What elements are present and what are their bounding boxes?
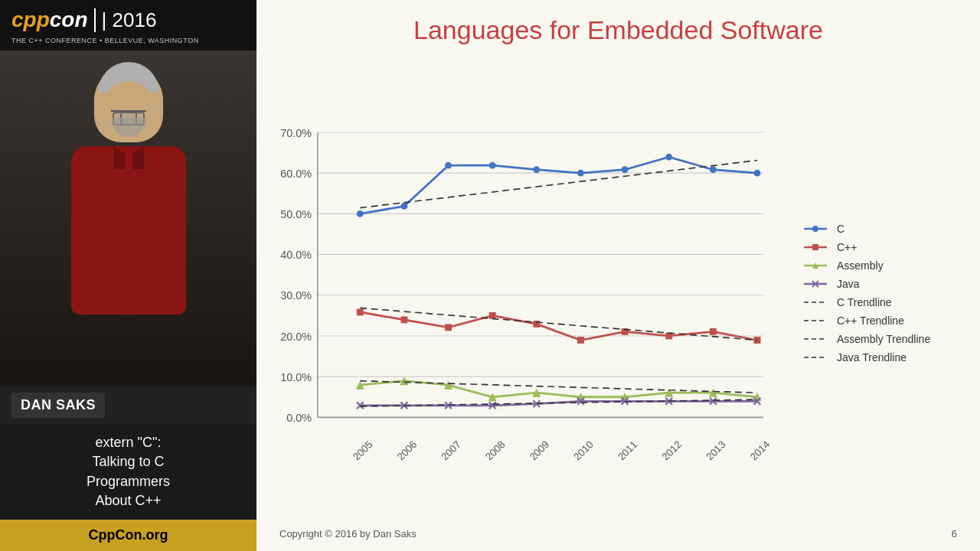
legend-item-assembly: Assembly bbox=[804, 259, 957, 272]
svg-text:40.0%: 40.0% bbox=[280, 249, 312, 261]
svg-text:10.0%: 10.0% bbox=[280, 371, 312, 383]
svg-rect-44 bbox=[577, 337, 584, 344]
legend-label-assembly-trend: Assembly Trendline bbox=[837, 333, 930, 345]
svg-text:2012: 2012 bbox=[660, 439, 684, 463]
slide-footer: Copyright © 2016 by Dan Saks 6 bbox=[279, 522, 957, 540]
svg-text:2005: 2005 bbox=[351, 439, 375, 463]
svg-text:2014: 2014 bbox=[748, 439, 773, 463]
logo: cppcon bbox=[11, 8, 88, 32]
slide-footer-copyright: Copyright © 2016 by Dan Saks bbox=[279, 528, 416, 540]
svg-text:2009: 2009 bbox=[528, 439, 552, 463]
person-beard bbox=[111, 118, 146, 137]
svg-text:2011: 2011 bbox=[616, 439, 640, 463]
svg-rect-39 bbox=[357, 308, 364, 315]
svg-point-34 bbox=[622, 166, 629, 173]
con-text: con bbox=[50, 8, 88, 31]
logo-year: | 2016 bbox=[94, 8, 157, 32]
svg-point-35 bbox=[665, 154, 672, 161]
legend-line-c-svg bbox=[804, 224, 831, 233]
svg-rect-85 bbox=[812, 244, 818, 250]
svg-line-60 bbox=[360, 381, 757, 393]
svg-text:60.0%: 60.0% bbox=[280, 168, 312, 180]
talk-title-text: extern "C":Talking to CProgrammersAbout … bbox=[87, 435, 170, 508]
legend-label-c-trend: C Trendline bbox=[837, 296, 892, 308]
speaker-silhouette bbox=[0, 51, 256, 386]
chart-svg-wrapper: 70.0% 60.0% 50.0% 40.0% 30.0% 20.0% 10.0… bbox=[279, 57, 789, 522]
svg-point-29 bbox=[400, 203, 407, 210]
slide-panel: Languages for Embedded Software 70.0% 60… bbox=[256, 0, 980, 551]
svg-line-49 bbox=[360, 308, 757, 340]
person-face bbox=[102, 81, 155, 139]
legend-item-c-trend: C Trendline bbox=[804, 296, 957, 308]
svg-rect-42 bbox=[489, 312, 496, 319]
name-badge: DAN SAKS bbox=[0, 386, 256, 424]
speaker-video bbox=[0, 51, 256, 386]
legend-label-java: Java bbox=[837, 278, 860, 290]
svg-text:0.0%: 0.0% bbox=[286, 412, 312, 424]
person-collar bbox=[113, 146, 144, 169]
svg-rect-41 bbox=[445, 324, 452, 331]
legend-line-assembly-svg bbox=[804, 261, 831, 270]
legend-item-cpp: C++ bbox=[804, 241, 957, 253]
svg-text:2006: 2006 bbox=[395, 439, 420, 463]
legend-label-cpp: C++ bbox=[837, 241, 857, 253]
svg-text:50.0%: 50.0% bbox=[280, 208, 312, 220]
legend-label-c: C bbox=[837, 223, 844, 235]
svg-point-31 bbox=[489, 162, 496, 169]
legend-item-java: Java bbox=[804, 278, 957, 290]
svg-point-33 bbox=[577, 170, 584, 177]
svg-point-36 bbox=[710, 166, 717, 173]
legend-item-cpp-trend: C++ Trendline bbox=[804, 315, 957, 327]
chart-area: 70.0% 60.0% 50.0% 40.0% 30.0% 20.0% 10.0… bbox=[279, 57, 957, 522]
svg-rect-47 bbox=[710, 328, 717, 335]
legend-area: C C++ Assembly bbox=[804, 57, 957, 522]
svg-point-32 bbox=[533, 166, 540, 173]
svg-text:2008: 2008 bbox=[483, 439, 508, 463]
logo-bar: cppcon | 2016 bbox=[0, 0, 256, 37]
chart-container: 70.0% 60.0% 50.0% 40.0% 30.0% 20.0% 10.0… bbox=[279, 57, 789, 522]
chart-svg: 70.0% 60.0% 50.0% 40.0% 30.0% 20.0% 10.0… bbox=[279, 57, 789, 522]
legend-label-cpp-trend: C++ Trendline bbox=[837, 315, 904, 327]
legend-line-cpp-trend-svg bbox=[804, 316, 831, 325]
svg-text:70.0%: 70.0% bbox=[280, 127, 312, 139]
legend-label-assembly: Assembly bbox=[837, 259, 884, 272]
legend-line-cpp-svg bbox=[804, 243, 831, 252]
cpp-text: cpp bbox=[11, 8, 50, 31]
logo-subtitle: THE C++ CONFERENCE • BELLEVUE, WASHINGTO… bbox=[0, 37, 256, 51]
svg-line-81 bbox=[360, 399, 757, 406]
svg-rect-40 bbox=[400, 316, 407, 323]
legend-line-java-trend-svg bbox=[804, 353, 831, 362]
slide-title: Languages for Embedded Software bbox=[279, 15, 957, 45]
slide-number: 6 bbox=[952, 528, 957, 540]
speaker-name: DAN SAKS bbox=[21, 397, 96, 412]
name-badge-inner: DAN SAKS bbox=[11, 393, 105, 418]
legend-line-java-svg bbox=[804, 279, 831, 289]
svg-text:30.0%: 30.0% bbox=[280, 289, 312, 302]
legend-item-java-trend: Java Trendline bbox=[804, 351, 957, 364]
legend-item-c: C bbox=[804, 223, 957, 235]
legend-line-c-trend-svg bbox=[804, 298, 831, 307]
svg-point-30 bbox=[445, 162, 452, 169]
svg-point-37 bbox=[754, 170, 761, 177]
svg-text:2010: 2010 bbox=[571, 439, 596, 463]
svg-point-83 bbox=[812, 226, 818, 232]
svg-text:20.0%: 20.0% bbox=[280, 331, 312, 343]
svg-point-28 bbox=[357, 210, 364, 217]
person-shape bbox=[52, 66, 205, 326]
website-text: CppCon.org bbox=[89, 527, 168, 543]
website-bar: CppCon.org bbox=[0, 520, 256, 551]
svg-text:2013: 2013 bbox=[704, 439, 728, 463]
legend-item-assembly-trend: Assembly Trendline bbox=[804, 333, 957, 345]
left-panel: cppcon | 2016 THE C++ CONFERENCE • BELLE… bbox=[0, 0, 256, 551]
talk-title: extern "C":Talking to CProgrammersAbout … bbox=[0, 424, 256, 520]
person-head bbox=[94, 66, 163, 142]
svg-text:2007: 2007 bbox=[439, 439, 463, 463]
svg-line-38 bbox=[360, 161, 757, 208]
legend-label-java-trend: Java Trendline bbox=[837, 351, 906, 364]
person-body bbox=[71, 146, 186, 315]
legend-line-assembly-trend-svg bbox=[804, 334, 831, 344]
